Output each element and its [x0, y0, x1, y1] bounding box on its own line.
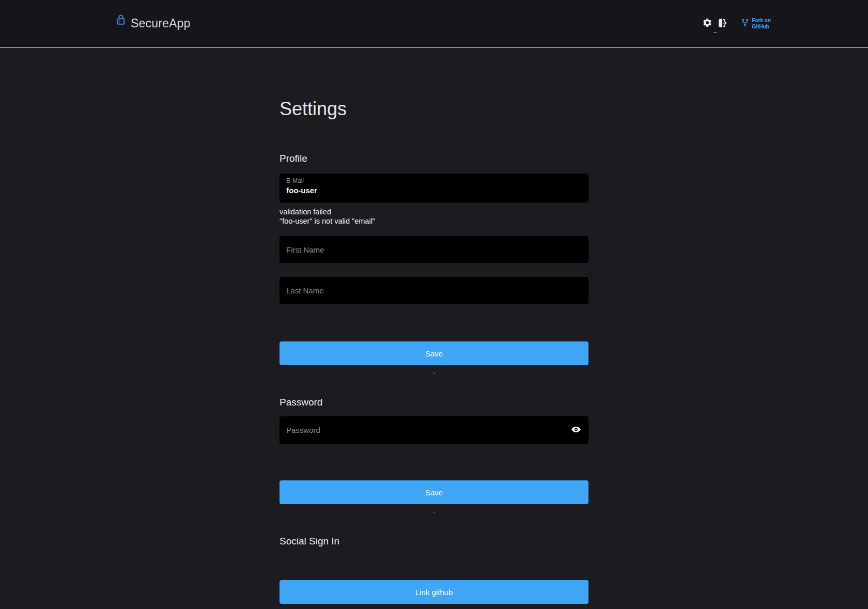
header-actions: Fork on GitHub [700, 15, 771, 32]
first-name-input[interactable] [280, 236, 588, 263]
email-validation-error: validation failed "foo-user" is not vali… [280, 208, 588, 226]
section-divider-dot [433, 511, 435, 513]
settings-page: Settings Profile E-Mail validation faile… [280, 48, 588, 604]
logout-button[interactable] [715, 15, 730, 32]
caret-artifact [714, 32, 717, 33]
email-label: E-Mail [286, 177, 582, 185]
password-save-button[interactable]: Save [280, 480, 588, 504]
social-sign-in-heading: Social Sign In [280, 536, 588, 547]
app-name: SecureApp [131, 17, 191, 30]
fork-on-github-link[interactable]: Fork on GitHub [741, 18, 771, 30]
email-input[interactable] [286, 185, 582, 195]
page-title: Settings [280, 98, 588, 120]
app-logo[interactable]: SecureApp [116, 17, 191, 30]
profile-heading: Profile [280, 153, 588, 164]
lock-icon [116, 14, 126, 27]
git-fork-icon [741, 18, 749, 29]
last-name-input[interactable] [280, 277, 588, 304]
validation-line-1: validation failed [280, 208, 588, 217]
password-heading: Password [280, 397, 588, 408]
validation-line-2: "foo-user" is not valid "email" [280, 217, 588, 226]
fork-link-text: Fork on GitHub [752, 18, 771, 30]
toggle-password-visibility-button[interactable] [570, 423, 582, 437]
logout-door-icon [717, 18, 727, 30]
link-github-button[interactable]: Link github [280, 580, 588, 604]
eye-icon [571, 424, 581, 436]
app-header: SecureApp [0, 0, 868, 48]
password-field [280, 416, 588, 444]
profile-save-button[interactable]: Save [280, 341, 588, 365]
settings-button[interactable] [700, 15, 715, 32]
password-input[interactable] [280, 416, 588, 444]
gear-icon [702, 18, 712, 29]
section-divider-dot [433, 372, 435, 374]
email-field[interactable]: E-Mail [280, 174, 588, 202]
